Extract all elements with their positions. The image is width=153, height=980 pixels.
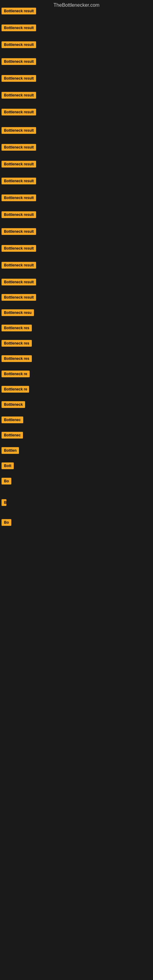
bottleneck-result-item-4[interactable]: Bottleneck result (2, 58, 36, 65)
bottleneck-result-item-15[interactable]: Bottleneck result (2, 245, 36, 252)
bottleneck-result-item-1[interactable]: Bottleneck result (2, 8, 36, 14)
bottleneck-result-item-25[interactable]: Bottleneck (2, 401, 25, 408)
bottleneck-result-item-16[interactable]: Bottleneck result (2, 262, 36, 269)
bottleneck-result-item-18[interactable]: Bottleneck result (2, 294, 36, 301)
bottleneck-result-item-6[interactable]: Bottleneck result (2, 92, 36, 99)
bottleneck-result-item-22[interactable]: Bottleneck res (2, 355, 32, 362)
bottleneck-result-item-17[interactable]: Bottleneck result (2, 279, 36, 285)
bottleneck-result-item-23[interactable]: Bottleneck re (2, 371, 30, 377)
bottleneck-result-item-14[interactable]: Bottleneck result (2, 228, 36, 235)
bottleneck-result-item-31[interactable]: B (2, 499, 6, 506)
bottleneck-result-item-28[interactable]: Bottlen (2, 447, 19, 454)
bottleneck-result-item-5[interactable]: Bottleneck result (2, 75, 36, 82)
bottleneck-result-item-32[interactable]: Bo (2, 519, 11, 526)
bottleneck-result-item-20[interactable]: Bottleneck res (2, 325, 32, 331)
bottleneck-result-item-26[interactable]: Bottlenec (2, 417, 23, 423)
bottleneck-result-item-11[interactable]: Bottleneck result (2, 178, 36, 185)
bottleneck-result-item-21[interactable]: Bottleneck res (2, 340, 32, 347)
bottleneck-result-item-12[interactable]: Bottleneck result (2, 194, 36, 201)
bottleneck-result-item-13[interactable]: Bottleneck result (2, 211, 36, 218)
bottleneck-result-item-19[interactable]: Bottleneck resu (2, 309, 34, 316)
bottleneck-result-item-2[interactable]: Bottleneck result (2, 24, 36, 31)
bottleneck-result-item-7[interactable]: Bottleneck result (2, 109, 36, 115)
bottleneck-result-item-3[interactable]: Bottleneck result (2, 41, 36, 48)
bottleneck-result-item-27[interactable]: Bottlenec (2, 432, 23, 439)
bottleneck-result-item-8[interactable]: Bottleneck result (2, 127, 36, 134)
bottleneck-result-item-10[interactable]: Bottleneck result (2, 161, 36, 167)
bottleneck-result-item-9[interactable]: Bottleneck result (2, 144, 36, 151)
bottleneck-result-item-24[interactable]: Bottleneck re (2, 386, 29, 393)
bottleneck-result-item-30[interactable]: Bo (2, 478, 11, 485)
bottleneck-result-item-29[interactable]: Bott (2, 463, 14, 469)
